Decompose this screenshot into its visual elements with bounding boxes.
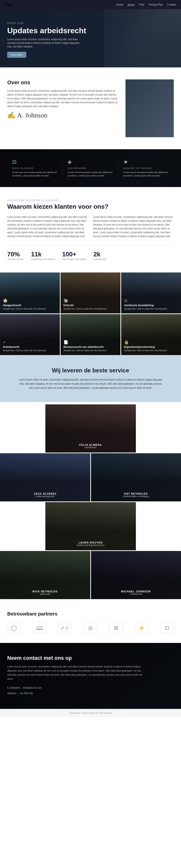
team-card-0: CELIA ALMEDA Familierecht [45, 404, 136, 453]
team-card-3: LAURA NGUYEN Intellectueel Eigendomsrech… [45, 502, 136, 550]
service-card-3[interactable]: ✓ Arbeidsrecht Sample text. Click to sel… [0, 314, 60, 355]
team-card-5: MICHAEL JOHNSON Arbeidsrecht [91, 551, 181, 599]
team-card-label-5: MICHAEL JOHNSON Arbeidsrecht [121, 590, 151, 595]
stat-label-1: Verwijzingen van klanten [31, 258, 55, 260]
service-text-1: Sample text. Click to select the Text El… [63, 307, 118, 311]
service-text-3: Sample text. Click to select the Text El… [3, 349, 57, 352]
about-paragraph: Lorem ipsum dolor sit amet, consectetur … [7, 89, 118, 108]
service-card-2[interactable]: ⚖ Juridische bemiddeling Sample text. Cl… [121, 273, 181, 313]
service-card-1[interactable]: 📚 Erfrecht Sample text. Click to select … [60, 273, 121, 313]
team-card-label-3: LAURA NGUYEN Intellectueel Eigendomsrech… [77, 541, 104, 547]
service-text-4: Sample text. Click to select the Text El… [63, 349, 118, 352]
stat-num-2: 100+ [62, 251, 86, 258]
card-content-2: ⚖ Juridische bemiddeling Sample text. Cl… [124, 298, 178, 311]
why-col-2: Lorem ipsum dolor sit amet, consectetur … [93, 215, 174, 238]
service-card-4[interactable]: 📄 Bestuursrecht van arbeidsrecht Sample … [60, 314, 121, 355]
banner-label-2: SLEUTEL TOT SUCCES [123, 167, 169, 169]
partner-logo-0[interactable]: ◯ [7, 622, 21, 633]
team-name-3: LAURA NGUYEN [77, 541, 104, 544]
team-role-5: Arbeidsrecht [121, 593, 151, 595]
hero-over-ons: OVER ONS [7, 22, 86, 25]
stat-3: 2k Voorbeel dop [94, 251, 106, 260]
partners-row: ◯ 📖 ✓✓ ◎ ⊞ ⚡ ⊡ [7, 622, 174, 633]
team-card-label-0: CELIA ALMEDA Familierecht [79, 443, 102, 449]
contact-text: Lorem ipsum dolor sit amet, consectetur … [7, 664, 147, 681]
phone-value: +31 456-756 [19, 692, 32, 695]
phone-label: Telefoon: [7, 692, 17, 695]
banner-item-1: ◈ ONS PRINCIPE At vero eos et accusam et… [63, 159, 118, 177]
service-card-5[interactable]: 🔒 Eigendomsbescherming Sample text. Clic… [121, 314, 181, 355]
banner-icon-1: ◈ [68, 159, 113, 165]
team-card-4: NICK REYNOLDS Milieurecht [0, 551, 90, 599]
service-icon-2: ⚖ [124, 298, 178, 303]
stat-num-0: 70% [7, 251, 24, 258]
banner-icon-2: ★ [123, 159, 169, 165]
dark-banner: ⚖ ONZE FILOSOFIE At vero eos et accusam … [0, 149, 181, 187]
nav-faq[interactable]: FAQ [139, 3, 144, 6]
footer-sample-text: Sample text. Click to select the Text El… [69, 712, 112, 714]
banner-item-2: ★ SLEUTEL TOT SUCCES At vero eos et accu… [119, 159, 174, 177]
blue-service-section: Wij leveren de beste service Lorem ipsum… [0, 355, 181, 402]
hero-section: OVER ONS Updates arbeidsrecht Lorem ipsu… [0, 0, 181, 67]
footer: Sample text. Click to select the Text El… [0, 709, 181, 717]
card-content-3: ✓ Arbeidsrecht Sample text. Click to sel… [3, 340, 57, 352]
team-card-1: JACK ALVAREZ Ondernemingsrecht [0, 453, 90, 501]
banner-item-0: ⚖ ONZE FILOSOFIE At vero eos et accusam … [7, 159, 63, 177]
service-icon-5: 🔒 [124, 340, 178, 344]
stat-1: 11k Verwijzingen van klanten [31, 251, 55, 260]
service-icon-1: 📚 [63, 298, 118, 303]
service-title-1: Erfrecht [63, 304, 118, 307]
service-title-3: Arbeidsrecht [3, 345, 57, 348]
stat-num-3: 2k [94, 251, 106, 258]
contact-info: E-mailadres: info@abc.nl/.com Telefoon: … [7, 686, 174, 695]
email-label: E-mailadres: [7, 686, 21, 689]
service-icon-3: ✓ [3, 340, 57, 344]
banner-text-2: At vero eos et accusam et justo duo dolo… [123, 171, 169, 177]
team-role-2: Strafrechtslijke verdediging [123, 495, 149, 498]
service-card-0[interactable]: 🏠 Vastgoedrecht Sample text. Click to se… [0, 273, 60, 313]
nav-pricing[interactable]: Pricing Plan [149, 3, 163, 6]
contact-email-row: E-mailadres: info@abc.nl/.com [7, 686, 147, 690]
card-content-0: 🏠 Vastgoedrecht Sample text. Click to se… [3, 298, 57, 311]
service-title-2: Juridische bemiddeling [124, 304, 178, 307]
banner-text-1: At vero eos et accusam et justo duo dolo… [68, 171, 113, 177]
signature: ✍ A. Johnson [7, 111, 118, 119]
service-text-2: Sample text. Click to select the Text El… [124, 307, 178, 311]
team-role-3: Intellectueel Eigendomsrecht [77, 544, 104, 547]
service-icon-4: 📄 [63, 340, 118, 344]
partner-logo-2[interactable]: ✓✓ [58, 622, 72, 633]
stat-label-3: Voorbeel dop [94, 258, 106, 260]
banner-label-1: ONS PRINCIPE [68, 167, 113, 169]
team-name-4: NICK REYNOLDS [32, 590, 58, 593]
partner-logo-4[interactable]: ⊞ [109, 622, 123, 633]
nav-links: Home About FAQ Pricing Plan Contact [116, 3, 176, 6]
partners-title: Betrouwbare partners [7, 611, 174, 617]
partner-logo-5[interactable]: ⚡ [135, 622, 148, 633]
hero-cta-button[interactable]: Lees meer [7, 52, 26, 58]
stat-label-0: Tevreden klanten [7, 258, 24, 260]
nav-about[interactable]: About [128, 3, 135, 6]
partner-logo-1[interactable]: 📖 [33, 622, 46, 633]
service-section-title: Wij leveren de beste service [7, 367, 174, 374]
team-name-5: MICHAEL JOHNSON [121, 590, 151, 593]
card-content-1: 📚 Erfrecht Sample text. Click to select … [63, 298, 118, 311]
service-title-0: Vastgoedrecht [3, 304, 57, 307]
partner-logo-6[interactable]: ⊡ [160, 622, 174, 633]
contact-title: Neem contact met ons op [7, 655, 174, 661]
contact-phone-row: Telefoon: +31 456-756 [7, 691, 147, 695]
team-card-2: NAT REYNOLDS Strafrechtslijke verdedigin… [91, 453, 181, 501]
nav-contact[interactable]: Contact [167, 3, 176, 6]
stat-2: 100+ Erkenningen voor prijzen [62, 251, 86, 260]
team-card-label-1: JACK ALVAREZ Ondernemingsrecht [33, 492, 56, 498]
nav-home[interactable]: Home [116, 3, 123, 6]
why-title: Waarom kiezen klanten voor ons? [7, 203, 174, 210]
team-role-1: Ondernemingsrecht [33, 495, 56, 498]
hero-content: OVER ONS Updates arbeidsrecht Lorem ipsu… [7, 22, 86, 58]
service-title-5: Eigendomsbescherming [124, 345, 178, 348]
team-card-label-2: NAT REYNOLDS Strafrechtslijke verdedigin… [123, 492, 149, 498]
partner-logo-3[interactable]: ◎ [84, 622, 97, 633]
banner-icon-0: ⚖ [12, 159, 58, 165]
service-title-4: Bestuursrecht van arbeidsrecht [63, 345, 118, 348]
about-text: Over ons Lorem ipsum dolor sit amet, con… [7, 80, 118, 119]
why-section: JURIDISCHE RECHTEN UITGELEGD Waarom kiez… [0, 187, 181, 273]
